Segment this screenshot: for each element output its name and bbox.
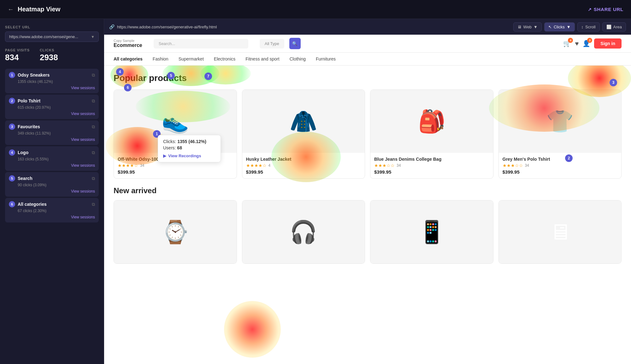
item-number: 2 [9,98,15,104]
search-placeholder: Search... [159,41,175,46]
tooltip: Clicks: 1355 (46.12%) Users: 68 ▶ View R… [158,135,221,162]
item-number: 1 [9,72,15,78]
account-icon-wrapper: 👤 3 [582,40,590,47]
category-nav: All categories Fashion Supermarket Elect… [104,53,631,66]
search-icon: 🔍 [292,41,298,46]
site-search-input[interactable]: Search... [154,39,248,49]
category-electronics[interactable]: Electronics [214,56,235,61]
page-visits-label: PAGE VISITS [5,48,30,52]
site-search-button[interactable]: 🔍 [289,38,301,49]
item-name: Odsy Sneakers [18,72,89,78]
list-item: 6 All categories ⧉ 67 clicks (2.30%) Vie… [5,198,99,222]
share-icon: ↗ [588,7,592,12]
product-stars: ★★★☆☆ [503,163,523,168]
select-url-label: SELECT URL [5,25,99,29]
copy-icon[interactable]: ⧉ [92,202,95,207]
wishlist-icon[interactable]: ♥ [575,40,579,47]
sign-in-button[interactable]: Sign in [594,38,622,49]
product-reviews: 34 [525,163,529,168]
new-arrived-title: New arrived [114,186,622,195]
clicks-button[interactable]: ↖ Clicks ▼ [544,22,575,32]
view-sessions-link[interactable]: View sessions [9,163,95,168]
product-card[interactable]: 🎧 [242,200,365,264]
product-info: Blue Jeans Denims College Bag ★★★☆☆ 34 $… [370,153,493,178]
view-sessions-link[interactable]: View sessions [9,112,95,116]
view-sessions-link[interactable]: View sessions [9,189,95,194]
area-button[interactable]: ⬜ Area [602,22,626,32]
product-rating: ★★★★☆ 34 [118,163,233,168]
category-supermarket[interactable]: Supermarket [179,56,204,61]
product-image: 📱 [370,200,493,263]
view-sessions-link[interactable]: View sessions [9,215,95,219]
copy-icon[interactable]: ⧉ [92,176,95,181]
top-bar-right: ↗ SHARE URL [588,7,623,12]
list-item-header: 5 Search ⧉ [9,175,95,182]
site-nav-icons: 🛒 4 ♥ 👤 3 Sign in [563,38,622,49]
url-selector[interactable]: https://www.adobe.com/sensei/gene... ▼ [5,32,99,42]
site-products-wrapper: 4 5 7 3 6 1 2 Clicks: 1355 (46.12%) [104,66,631,364]
item-name: Logo [18,150,89,155]
link-icon: 🔗 [109,24,115,29]
product-image-placeholder: 👟 [162,108,189,134]
item-clicks: 1355 clicks (46.12%) [18,79,95,84]
url-selector-text: https://www.adobe.com/sensei/gene... [9,34,78,39]
tooltip-users-value: 68 [177,145,182,150]
category-clothing[interactable]: Clothing [290,56,306,61]
back-button[interactable]: ← [8,6,14,13]
category-fashion[interactable]: Fashion [153,56,168,61]
web-button[interactable]: 🖥 Web ▼ [513,22,542,32]
site-nav: Copy Sample Ecommerce Search... All Type… [104,35,631,53]
scroll-button[interactable]: ↕ Scroll [577,22,600,32]
top-bar-left: ← Heatmap View [8,6,60,13]
view-sessions-link[interactable]: View sessions [9,86,95,90]
site-type-selector[interactable]: All Type [260,39,284,49]
product-card[interactable]: 🎒 Blue Jeans Denims College Bag ★★★☆☆ 34… [370,90,493,179]
view-recordings-button[interactable]: ▶ View Recordings [163,153,201,158]
tooltip-users: Users: 68 [163,145,215,150]
product-card[interactable]: 👕 Grey Men's Polo Tshirt ★★★☆☆ 34 $399.9… [498,90,622,179]
sign-in-label: Sign in [600,41,615,46]
web-label: Web [523,25,532,29]
copy-icon[interactable]: ⧉ [92,150,95,155]
product-image: 🎒 [370,90,493,153]
copy-icon[interactable]: ⧉ [92,124,95,130]
list-item: 1 Odsy Sneakers ⧉ 1355 clicks (46.12%) V… [5,69,99,93]
item-clicks: 90 clicks (3.09%) [18,183,95,187]
product-image-placeholder: 🎧 [290,219,317,245]
product-price: $399.95 [503,169,618,175]
clicks-value: 2938 [40,53,58,62]
product-image-placeholder: 🖥 [549,219,571,245]
share-url-button[interactable]: ↗ SHARE URL [588,7,623,12]
view-sessions-link[interactable]: View sessions [9,137,95,142]
product-card[interactable]: 🧥 Husky Leather Jacket ★★★★☆ 4 $399.95 [242,90,365,179]
clicks-stat: CLICKS 2938 [40,48,58,62]
page-visits-value: 834 [5,53,30,62]
item-number: 3 [9,124,15,130]
item-clicks: 67 clicks (2.30%) [18,209,95,213]
product-card[interactable]: 👟 Off-White Odsy-1000 Sneakers ★★★★☆ 34 … [114,90,237,179]
product-image-placeholder: 🎒 [418,108,445,134]
play-icon: ▶ [163,153,166,158]
category-fitness[interactable]: Fitness and sport [245,56,279,61]
product-card[interactable]: 📱 [370,200,493,264]
copy-icon[interactable]: ⧉ [92,98,95,104]
url-controls: 🖥 Web ▼ ↖ Clicks ▼ ↕ Scroll ⬜ Area [513,22,626,32]
tooltip-users-label: Users: [163,145,176,150]
list-item: 2 Polo Tshirt ⧉ 615 clicks (20.97%) View… [5,95,99,119]
category-all[interactable]: All categories [114,56,143,61]
cursor-icon: ↖ [548,25,552,29]
product-name: Blue Jeans Denims College Bag [374,157,489,162]
page-visits-stat: PAGE VISITS 834 [5,48,30,62]
sidebar: SELECT URL https://www.adobe.com/sensei/… [0,19,104,364]
clicks-label: CLICKS [40,48,58,52]
product-rating: ★★★☆☆ 34 [503,163,618,168]
item-number: 4 [9,149,15,156]
category-furnitures[interactable]: Furnitures [316,56,336,61]
copy-icon[interactable]: ⧉ [92,72,95,78]
product-reviews: 34 [140,163,144,168]
product-card[interactable]: 🖥 [498,200,622,264]
product-image-placeholder: 🧥 [290,108,317,134]
product-card[interactable]: ⌚ [114,200,237,264]
product-image: ⌚ [114,200,237,263]
page-title: Heatmap View [18,6,60,13]
